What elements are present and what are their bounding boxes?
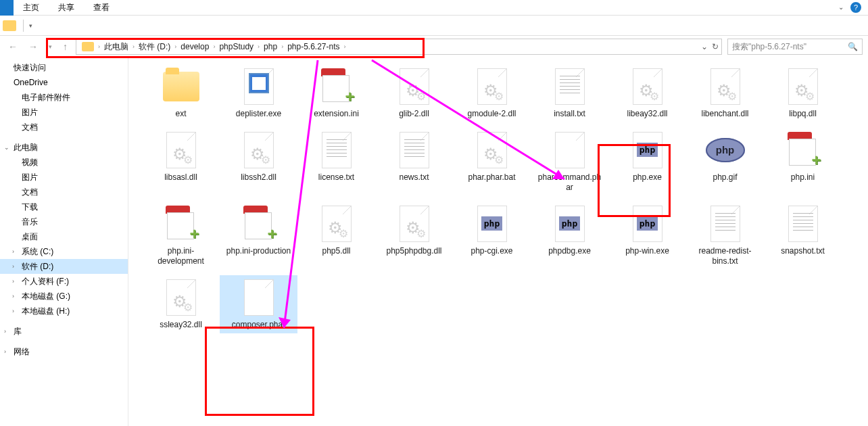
sidebar-label: 本地磁盘 (G:) — [22, 291, 70, 302]
ribbon-expand-icon[interactable]: ⌄ — [838, 3, 844, 11]
file-item[interactable]: ⚙⚙libenchant.dll — [686, 64, 764, 122]
refresh-icon[interactable]: ↻ — [712, 42, 719, 51]
expand-icon[interactable]: › — [4, 348, 11, 355]
file-item[interactable]: ⚙⚙ssleay32.dll — [142, 275, 220, 333]
nav-forward-icon[interactable]: → — [26, 41, 41, 52]
file-icon: php — [706, 131, 745, 170]
file-item[interactable]: deplister.exe — [220, 64, 297, 122]
expand-icon[interactable]: › — [12, 308, 19, 314]
file-item[interactable]: phpphp-cgi.exe — [453, 202, 531, 270]
file-tab[interactable] — [0, 0, 14, 16]
ribbon-tab-home[interactable]: 主页 — [14, 0, 49, 16]
file-name: php.ini-development — [147, 246, 215, 267]
file-item[interactable]: snapshot.txt — [764, 202, 842, 270]
ribbon-tab-view[interactable]: 查看 — [84, 0, 119, 16]
file-item[interactable]: +php.ini-development — [142, 202, 220, 270]
file-item[interactable]: +extension.ini — [297, 64, 375, 122]
sidebar-item[interactable]: 音乐 — [0, 214, 128, 229]
breadcrumb[interactable]: › 此电脑› 软件 (D:)› develop› phpStudy› php› … — [76, 39, 722, 55]
expand-icon[interactable]: › — [12, 248, 19, 255]
file-name: extension.ini — [314, 109, 359, 120]
chevron-right-icon[interactable]: › — [256, 43, 261, 50]
sidebar-label: 本地磁盘 (H:) — [22, 306, 70, 317]
file-icon — [550, 131, 589, 170]
sidebar-item[interactable]: ›系统 (C:) — [0, 244, 128, 259]
file-item[interactable]: pharcommand.phar — [531, 128, 608, 196]
breadcrumb-segment[interactable]: 此电脑 — [101, 41, 131, 53]
file-item[interactable]: phpphp.gif — [686, 128, 764, 196]
sidebar-item[interactable]: ›软件 (D:) — [0, 259, 128, 274]
chevron-right-icon[interactable]: › — [343, 43, 347, 50]
file-item[interactable]: +php.ini-production — [220, 202, 297, 270]
file-view[interactable]: extdeplister.exe+extension.ini⚙⚙glib-2.d… — [128, 57, 868, 426]
sidebar-item[interactable]: 快速访问 — [0, 60, 128, 75]
sidebar-item[interactable]: ›网络 — [0, 344, 128, 359]
sidebar-item[interactable]: ›库 — [0, 324, 128, 339]
sidebar-item[interactable]: ›本地磁盘 (G:) — [0, 289, 128, 304]
qat-dropdown-icon[interactable]: ▾ — [26, 22, 35, 29]
breadcrumb-segment[interactable]: php — [261, 42, 280, 51]
search-input[interactable]: 搜索"php-5.6.27-nts" 🔍 — [727, 39, 863, 55]
breadcrumb-segment[interactable]: develop — [178, 42, 212, 51]
nav-up-icon[interactable]: ↑ — [60, 41, 70, 52]
file-name: libenchant.dll — [701, 109, 748, 120]
file-item[interactable]: ⚙⚙gmodule-2.dll — [453, 64, 531, 122]
sidebar-item[interactable]: 图片 — [0, 170, 128, 185]
file-item[interactable]: news.txt — [375, 128, 453, 196]
sidebar-item[interactable]: ⌄此电脑 — [0, 140, 128, 155]
file-name: ext — [175, 109, 186, 120]
sidebar-item[interactable]: 图片 — [0, 105, 128, 120]
file-item[interactable]: ⚙⚙libpq.dll — [764, 64, 842, 122]
address-dropdown-icon[interactable]: ⌄ — [701, 42, 708, 51]
file-name: glib-2.dll — [399, 109, 429, 120]
ribbon-tab-share[interactable]: 共享 — [49, 0, 84, 16]
sidebar-item[interactable]: ›本地磁盘 (H:) — [0, 304, 128, 318]
file-icon: ⚙⚙ — [783, 67, 823, 106]
chevron-right-icon[interactable]: › — [131, 43, 136, 50]
sidebar-item[interactable]: ›个人资料 (F:) — [0, 274, 128, 289]
chevron-right-icon[interactable]: › — [97, 43, 101, 50]
file-item[interactable]: phpphp.exe — [608, 128, 686, 196]
help-icon[interactable]: ? — [850, 2, 861, 13]
file-item[interactable]: ext — [142, 64, 220, 122]
file-item[interactable]: license.txt — [297, 128, 375, 196]
file-item[interactable]: ⚙⚙libsasl.dll — [142, 128, 220, 196]
file-icon — [239, 67, 279, 106]
sidebar-item[interactable]: OneDrive — [0, 75, 128, 90]
file-item[interactable]: ⚙⚙libssh2.dll — [220, 128, 297, 196]
chevron-right-icon[interactable]: › — [173, 43, 178, 50]
breadcrumb-segment[interactable]: php-5.6.27-nts — [285, 42, 342, 51]
nav-back-icon[interactable]: ← — [5, 41, 20, 52]
file-item[interactable]: phpphpdbg.exe — [531, 202, 608, 270]
sidebar-item[interactable]: 文档 — [0, 185, 128, 199]
sidebar-item[interactable]: 下载 — [0, 199, 128, 214]
nav-history-icon[interactable]: ▾ — [46, 43, 55, 50]
file-item[interactable]: composer.phar — [220, 275, 297, 333]
file-item[interactable]: ⚙⚙libeay32.dll — [608, 64, 686, 122]
file-item[interactable]: +php.ini — [764, 128, 842, 196]
sidebar-label: 此电脑 — [14, 142, 38, 153]
sidebar-item[interactable]: 电子邮件附件 — [0, 90, 128, 105]
file-item[interactable]: ⚙⚙php5.dll — [297, 202, 375, 270]
sidebar-item[interactable]: 文档 — [0, 120, 128, 135]
expand-icon[interactable]: › — [12, 278, 19, 285]
file-name: deplister.exe — [236, 109, 281, 120]
expand-icon[interactable]: › — [12, 263, 19, 270]
expand-icon[interactable]: ⌄ — [4, 144, 11, 151]
breadcrumb-segment[interactable]: 软件 (D:) — [136, 41, 173, 53]
chevron-right-icon[interactable]: › — [212, 43, 216, 50]
breadcrumb-segment[interactable]: phpStudy — [216, 42, 256, 51]
separator — [23, 20, 24, 32]
sidebar-item[interactable]: 桌面 — [0, 229, 128, 244]
sidebar-item[interactable]: 视频 — [0, 155, 128, 170]
file-item[interactable]: ⚙⚙glib-2.dll — [375, 64, 453, 122]
expand-icon[interactable]: › — [4, 328, 11, 335]
file-item[interactable]: phpphp-win.exe — [608, 202, 686, 270]
file-item[interactable]: install.txt — [531, 64, 608, 122]
folder-icon — [82, 42, 94, 51]
file-item[interactable]: ⚙⚙php5phpdbg.dll — [375, 202, 453, 270]
file-item[interactable]: ⚙⚙phar.phar.bat — [453, 128, 531, 196]
expand-icon[interactable]: › — [12, 293, 19, 300]
chevron-right-icon[interactable]: › — [280, 43, 285, 50]
file-item[interactable]: readme-redist-bins.txt — [686, 202, 764, 270]
